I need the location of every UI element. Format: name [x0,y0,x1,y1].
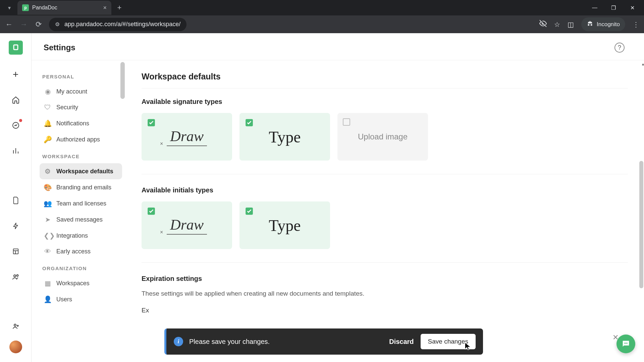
chat-widget-button[interactable] [616,335,635,353]
user-icon: ◉ [44,87,52,96]
content-area: Settings ? PERSONAL ◉My account 🛡Securit… [32,33,644,362]
minimize-icon[interactable]: ― [590,5,600,11]
nav-item-workspaces[interactable]: ▦Workspaces [40,275,122,291]
eye-icon: 👁 [44,248,52,255]
new-tab-button[interactable]: + [113,3,125,12]
nav-group-workspace: WORKSPACE [40,147,122,163]
bookmark-star-icon[interactable]: ☆ [554,20,560,28]
panel-icon[interactable]: ◫ [568,20,574,28]
activity-icon[interactable] [10,120,21,131]
settings-nav: PERSONAL ◉My account 🛡Security 🔔Notifica… [32,60,125,362]
forms-icon[interactable] [10,246,21,257]
checkbox-checked-icon [147,118,156,127]
toast-message: Please save your changes. [189,338,270,346]
type-label: Type [269,216,301,235]
nav-item-security[interactable]: 🛡Security [40,100,122,115]
incognito-indicator[interactable]: Incognito [581,17,625,31]
user-avatar[interactable] [9,341,22,353]
app-root: + Settings [0,33,644,362]
signature-upload-card[interactable]: Upload image [337,113,428,161]
info-icon: i [174,337,183,346]
svg-point-4 [16,275,18,277]
tab-bar: ▾ p PandaDoc × + ― ❐ ✕ [0,0,644,15]
nav-item-label: Security [56,104,78,111]
reload-button[interactable]: ⟳ [34,20,43,29]
nav-item-label: Workspace defaults [56,168,113,175]
browser-menu-icon[interactable]: ⋮ [633,20,639,28]
url-input[interactable]: ⚙ app.pandadoc.com/a/#/settings/workspac… [49,18,186,31]
svg-point-5 [14,324,16,326]
app-logo[interactable] [9,41,23,55]
close-window-icon[interactable]: ✕ [627,5,637,11]
maximize-icon[interactable]: ❐ [608,5,619,11]
tab-search-dropdown[interactable]: ▾ [3,2,15,14]
nav-item-integrations[interactable]: ❮❯Integrations [40,228,122,244]
expiration-title: Expiration settings [142,275,628,283]
home-icon[interactable] [10,94,21,106]
type-label: Type [269,128,301,146]
eye-off-icon[interactable] [539,20,547,29]
users-icon: 👤 [44,295,52,303]
bell-icon: 🔔 [44,119,52,127]
svg-point-11 [625,343,626,344]
help-icon[interactable]: ? [614,43,625,53]
initials-type-card[interactable]: Type [239,201,330,249]
nav-item-label: Users [56,296,72,303]
checkbox-checked-icon [147,207,156,216]
url-text: app.pandadoc.com/a/#/settings/workspace/ [64,21,180,28]
save-changes-button[interactable]: Save changes [421,334,476,349]
section-divider [142,262,628,263]
main-title: Workspace defaults [142,72,628,88]
nav-item-early-access[interactable]: 👁Early access [40,244,122,259]
nav-item-label: Notifications [56,120,89,127]
signature-cards-row: Draw Type Upload image [142,113,628,161]
initials-draw-card[interactable]: Draw [142,201,232,249]
nav-item-authorized-apps[interactable]: 🔑Authorized apps [40,131,122,147]
settings-layout: PERSONAL ◉My account 🛡Security 🔔Notifica… [32,60,644,362]
pandadoc-favicon: p [22,4,29,11]
section-divider [142,174,628,174]
expiration-cutoff-text: Ex [142,307,149,314]
automation-icon[interactable] [10,220,21,232]
back-button[interactable]: ← [5,20,13,29]
nav-item-users[interactable]: 👤Users [40,291,122,307]
forward-button[interactable]: → [19,20,28,29]
signature-draw-card[interactable]: Draw [142,113,232,161]
svg-point-12 [627,343,628,344]
contacts-icon[interactable] [10,271,21,283]
palette-icon: 🎨 [44,183,52,191]
browser-chrome: ▾ p PandaDoc × + ― ❐ ✕ ← → ⟳ ⚙ app.panda… [0,0,644,33]
draw-label: Draw [167,216,207,235]
nav-item-my-account[interactable]: ◉My account [40,83,122,100]
incognito-icon [587,20,593,28]
documents-icon[interactable] [10,195,21,206]
browser-right-icons: ☆ ◫ Incognito ⋮ [539,17,639,31]
nav-scrollbar-thumb[interactable] [120,62,125,99]
checkbox-checked-icon [245,118,254,127]
expiration-desc: These settings will be applied when crea… [142,290,628,297]
browser-tab[interactable]: p PandaDoc × [17,1,111,15]
nav-item-label: Branding and emails [56,184,111,191]
nav-item-branding[interactable]: 🎨Branding and emails [40,179,122,195]
checkbox-unchecked-icon [343,118,350,126]
site-settings-icon[interactable]: ⚙ [55,21,60,27]
incognito-label: Incognito [597,21,620,28]
main-scrollbar-thumb[interactable] [639,161,643,288]
signature-type-card[interactable]: Type [239,113,330,161]
nav-item-notifications[interactable]: 🔔Notifications [40,115,122,131]
nav-item-team[interactable]: 👥Team and licenses [40,195,122,212]
tab-close-icon[interactable]: × [100,4,107,11]
reports-icon[interactable] [10,145,21,157]
invite-icon[interactable] [10,320,21,332]
code-icon: ❮❯ [44,232,52,240]
unsaved-changes-toast: i Please save your changes. Discard Save… [164,328,483,355]
nav-item-label: My account [56,88,87,95]
window-controls: ― ❐ ✕ [590,5,644,11]
scroll-up-arrow[interactable]: ▴ [642,62,644,66]
nav-item-saved-messages[interactable]: ➤Saved messages [40,212,122,228]
create-new-button[interactable]: + [10,69,21,80]
discard-button[interactable]: Discard [389,338,414,346]
nav-item-label: Team and licenses [56,200,106,207]
nav-item-workspace-defaults[interactable]: ⚙Workspace defaults [40,163,122,179]
nav-item-label: Saved messages [56,216,103,223]
